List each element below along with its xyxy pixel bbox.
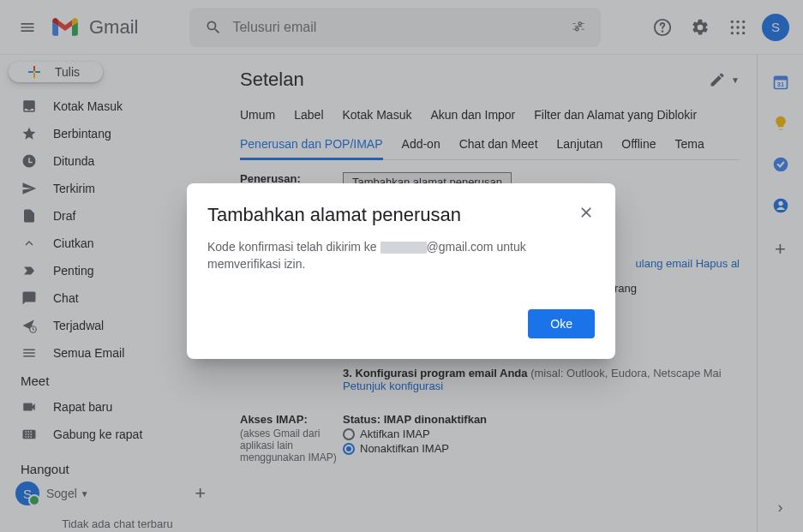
close-icon	[578, 204, 595, 221]
dialog-title: Tambahkan alamat penerusan	[207, 204, 461, 226]
dialog-ok-button[interactable]: Oke	[528, 309, 595, 338]
redacted-email	[381, 242, 427, 254]
add-forwarding-dialog: Tambahkan alamat penerusan Kode konfirma…	[187, 183, 615, 359]
dialog-close-button[interactable]	[578, 204, 595, 225]
dialog-message: Kode konfirmasi telah dikirim ke @gmail.…	[207, 238, 595, 273]
